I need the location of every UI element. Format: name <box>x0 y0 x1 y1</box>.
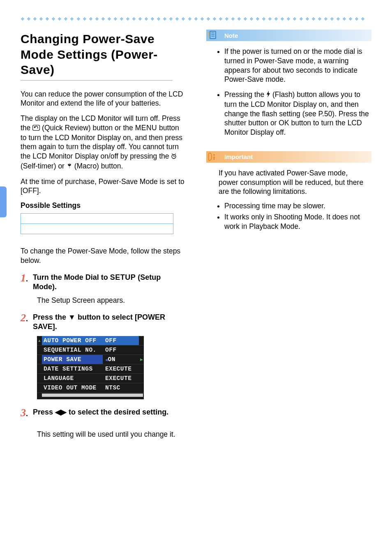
page-title: Changing Power-Save Mode Settings (Power… <box>21 31 186 78</box>
note-header: ! Note <box>206 30 371 41</box>
step-subtext: This setting will be used until you chan… <box>37 430 186 439</box>
lcd-row: LANGUAGE EXECUTE <box>37 374 144 383</box>
svg-rect-8 <box>214 157 215 160</box>
intro-paragraph-3: At the time of purchase, Power-Save Mode… <box>21 177 186 196</box>
text-fragment: Press <box>33 408 55 416</box>
note-callout: ! Note If the power is turned on or the … <box>206 30 371 145</box>
important-icon <box>206 151 218 163</box>
settings-row <box>21 224 173 234</box>
step-number: 2. <box>21 313 29 323</box>
lcd-item-value: EXECUTE <box>103 374 139 383</box>
scroll-up-indicator: ▲ <box>37 336 42 345</box>
step-2: 2. Press the ▼ button to select [POWER S… <box>21 313 186 332</box>
lcd-value-text: ON <box>108 356 115 363</box>
lcd-row: DATE SETTINGS EXECUTE <box>37 364 144 374</box>
svg-rect-2 <box>210 31 216 39</box>
important-bullet: Processing time may be slower. <box>224 201 369 211</box>
right-column: ! Note If the power is turned on or the … <box>206 30 371 447</box>
note-title: Note <box>221 30 371 41</box>
step-dot: . <box>26 275 28 283</box>
step-number-text: 2 <box>21 312 26 324</box>
step-number-text: 1 <box>21 272 26 284</box>
important-body: If you have activated Power-Save mode, p… <box>206 163 371 240</box>
decorative-divider: ❖ ❖ ❖ ❖ ❖ ❖ ❖ ❖ ❖ ❖ ❖ ❖ ❖ ❖ ❖ ❖ ❖ ❖ ❖ ❖ … <box>21 16 371 21</box>
text-fragment: Press the <box>33 313 68 321</box>
text-fragment: (Self-timer) or <box>21 162 67 170</box>
lcd-item-label: VIDEO OUT MODE <box>42 383 103 392</box>
lcd-row: SEQUENTIAL NO. OFF <box>37 345 144 355</box>
lcd-footer-bar <box>42 394 143 397</box>
section-tab <box>0 187 7 217</box>
important-intro: If you have activated Power-Save mode, p… <box>219 168 369 196</box>
intro-paragraph-1: You can reduce the power consumption of … <box>21 90 186 108</box>
step-number-text: 3 <box>21 407 26 419</box>
important-bullet: It works only in Shooting Mode. It does … <box>224 212 369 231</box>
step-3: 3. Press ◀▶ to select the desired settin… <box>21 408 186 418</box>
svg-point-7 <box>213 154 215 156</box>
step-1: 1. Turn the Mode Dial to SETUP (Setup Mo… <box>21 273 186 292</box>
change-intro: To change the Power-Save Mode, follow th… <box>21 246 186 265</box>
lcd-item-label: SEQUENTIAL NO. <box>42 345 103 355</box>
note-body: If the power is turned on or the mode di… <box>206 41 371 145</box>
lcd-item-value: OFF <box>103 336 139 345</box>
lcd-item-label: LANGUAGE <box>42 374 103 383</box>
quick-review-icon <box>32 124 40 133</box>
step-dot: . <box>26 315 28 323</box>
lcd-screenshot: ▲ AUTO POWER OFF OFF SEQUENTIAL NO. OFF … <box>37 336 144 399</box>
title-underline <box>21 80 173 81</box>
important-title: Important <box>221 151 371 162</box>
text-fragment: (Macro) button. <box>72 162 123 170</box>
svg-text:!: ! <box>208 31 210 38</box>
lcd-item-value: ◀ON <box>103 355 139 364</box>
step-heading: Press ◀▶ to select the desired setting. <box>33 408 168 417</box>
step-subtext: The Setup Screen appears. <box>37 296 186 305</box>
lcd-item-label: POWER SAVE <box>42 355 103 364</box>
lcd-row-selected: POWER SAVE ◀ON ▶ <box>37 355 144 364</box>
step-heading: Press the ▼ button to select [POWER SAVE… <box>33 313 186 332</box>
right-arrow-icon: ▶ <box>139 355 144 364</box>
important-callout: Important If you have activated Power-Sa… <box>206 151 371 240</box>
content-columns: Changing Power-Save Mode Settings (Power… <box>21 30 371 447</box>
left-column: Changing Power-Save Mode Settings (Power… <box>21 30 186 447</box>
possible-settings-heading: Possible Settings <box>21 201 186 210</box>
lcd-row: VIDEO OUT MODE NTSC <box>37 383 144 393</box>
self-timer-icon <box>171 152 177 161</box>
step-heading: Turn the Mode Dial to SETUP (Setup Mode)… <box>33 273 186 292</box>
flash-icon <box>266 90 270 100</box>
note-bullet: If the power is turned on or the mode di… <box>224 47 369 84</box>
lcd-item-value: EXECUTE <box>103 364 139 373</box>
text-fragment: Turn the Mode Dial to <box>33 273 110 281</box>
lcd-item-value: NTSC <box>103 383 139 392</box>
settings-row <box>21 214 173 224</box>
note-icon: ! <box>206 30 218 41</box>
macro-icon <box>67 162 72 171</box>
settings-table <box>21 213 173 234</box>
lcd-row: ▲ AUTO POWER OFF OFF <box>37 336 144 345</box>
step-number: 3. <box>21 408 29 418</box>
important-header: Important <box>206 151 371 163</box>
step-number: 1. <box>21 273 29 283</box>
lcd-item-value: OFF <box>103 345 139 355</box>
setup-label: SETUP <box>110 273 136 281</box>
intro-paragraph-2: The display on the LCD Monitor will turn… <box>21 114 186 171</box>
text-fragment: (Quick Review) button or the <box>40 124 135 132</box>
note-bullet: Pressing the (Flash) button allows you t… <box>224 90 369 137</box>
left-right-arrow-icon: ◀▶ <box>55 408 67 417</box>
lcd-item-label: DATE SETTINGS <box>42 364 103 373</box>
down-arrow-icon: ▼ <box>68 313 76 322</box>
manual-page: ❖ ❖ ❖ ❖ ❖ ❖ ❖ ❖ ❖ ❖ ❖ ❖ ❖ ❖ ❖ ❖ ❖ ❖ ❖ ❖ … <box>0 0 392 467</box>
step-dot: . <box>26 410 28 418</box>
menu-button-label: MENU <box>135 124 157 132</box>
text-fragment: Pressing the <box>224 90 266 99</box>
text-fragment: to select the desired setting. <box>67 408 168 416</box>
lcd-item-label: AUTO POWER OFF <box>42 336 103 345</box>
